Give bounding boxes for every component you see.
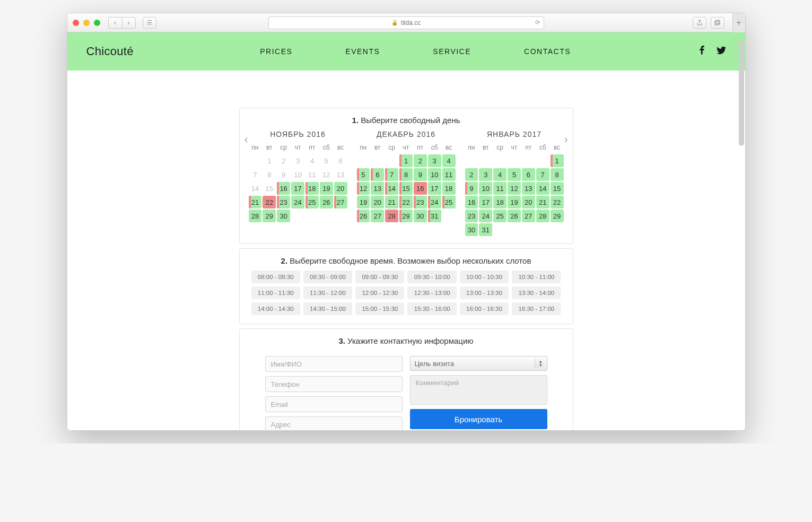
day-cell[interactable]: 24	[428, 196, 441, 208]
email-field[interactable]	[265, 396, 403, 412]
next-month-button[interactable]: ›	[564, 130, 569, 145]
day-cell[interactable]: 9	[465, 182, 478, 195]
day-cell[interactable]: 21	[249, 196, 262, 208]
reload-icon[interactable]: ⟳	[535, 19, 540, 26]
day-cell[interactable]: 8	[399, 168, 413, 181]
share-button[interactable]	[693, 17, 706, 29]
day-cell[interactable]: 8	[551, 168, 564, 181]
time-slot[interactable]: 13:00 - 13:30	[460, 286, 509, 299]
time-slot[interactable]: 12:30 - 13:00	[407, 286, 456, 299]
day-cell[interactable]: 6	[522, 168, 535, 181]
day-cell[interactable]: 5	[357, 168, 370, 181]
day-cell[interactable]: 28	[249, 210, 262, 222]
day-cell[interactable]: 20	[522, 196, 535, 208]
day-cell[interactable]: 29	[399, 210, 413, 222]
forward-button[interactable]: ›	[122, 17, 136, 29]
name-field[interactable]	[265, 356, 403, 372]
day-cell[interactable]: 27	[522, 210, 535, 222]
day-cell[interactable]: 20	[371, 196, 384, 208]
time-slot[interactable]: 15:30 - 16:00	[407, 302, 456, 315]
day-cell[interactable]: 19	[320, 182, 333, 195]
day-cell[interactable]: 13	[522, 182, 535, 195]
time-slot[interactable]: 08:30 - 09:00	[303, 271, 352, 283]
day-cell[interactable]: 22	[399, 196, 413, 208]
day-cell[interactable]: 16	[465, 196, 478, 208]
nav-service[interactable]: SERVICE	[433, 47, 471, 56]
day-cell[interactable]: 18	[442, 182, 456, 195]
time-slot[interactable]: 12:00 - 12:30	[355, 286, 404, 299]
day-cell[interactable]: 3	[479, 168, 492, 181]
day-cell[interactable]: 25	[442, 196, 456, 208]
day-cell[interactable]: 31	[428, 210, 441, 222]
phone-field[interactable]	[265, 376, 403, 392]
day-cell[interactable]: 26	[320, 196, 333, 208]
minimize-window-button[interactable]	[83, 20, 90, 26]
day-cell[interactable]: 17	[479, 196, 492, 208]
day-cell[interactable]: 10	[428, 168, 441, 181]
day-cell[interactable]: 24	[479, 210, 492, 222]
day-cell[interactable]: 11	[442, 168, 456, 181]
day-cell[interactable]: 29	[263, 210, 276, 222]
day-cell[interactable]: 23	[465, 210, 478, 222]
day-cell[interactable]: 7	[536, 168, 549, 181]
nav-prices[interactable]: PRICES	[260, 47, 292, 56]
day-cell[interactable]: 4	[442, 154, 456, 167]
scrollbar[interactable]	[739, 40, 744, 146]
day-cell[interactable]: 18	[493, 196, 507, 208]
prev-month-button[interactable]: ‹	[244, 130, 249, 145]
day-cell[interactable]: 19	[508, 196, 521, 208]
maximize-window-button[interactable]	[94, 20, 100, 26]
time-slot[interactable]: 09:00 - 09:30	[355, 271, 404, 283]
day-cell[interactable]: 24	[291, 196, 304, 208]
day-cell[interactable]: 30	[414, 210, 427, 222]
time-slot[interactable]: 11:00 - 11:30	[251, 286, 300, 299]
facebook-icon[interactable]	[697, 46, 707, 57]
day-cell[interactable]: 20	[334, 182, 347, 195]
purpose-select[interactable]: Цель визита▴▾	[410, 356, 547, 371]
time-slot[interactable]: 16:30 - 17:00	[512, 302, 561, 315]
time-slot[interactable]: 11:30 - 12:00	[303, 286, 352, 299]
day-cell[interactable]: 15	[551, 182, 564, 195]
time-slot[interactable]: 15:00 - 15:30	[355, 302, 404, 315]
day-cell[interactable]: 31	[479, 223, 492, 236]
day-cell[interactable]: 30	[465, 223, 478, 236]
time-slot[interactable]: 10:30 - 11:00	[512, 271, 561, 283]
nav-contacts[interactable]: CONTACTS	[524, 47, 571, 56]
tabs-button[interactable]	[711, 17, 724, 29]
address-bar[interactable]: 🔒 tilda.cc ⟳	[268, 16, 544, 29]
day-cell[interactable]: 11	[493, 182, 507, 195]
day-cell[interactable]: 7	[385, 168, 398, 181]
brand-logo[interactable]: Chicouté	[86, 45, 134, 58]
day-cell[interactable]: 28	[536, 210, 549, 222]
day-cell[interactable]: 27	[334, 196, 347, 208]
back-button[interactable]: ‹	[108, 17, 122, 29]
day-cell[interactable]: 29	[551, 210, 564, 222]
day-cell[interactable]: 2	[414, 154, 427, 167]
day-cell[interactable]: 25	[305, 196, 319, 208]
address-field[interactable]	[265, 416, 403, 430]
day-cell[interactable]: 28	[385, 210, 398, 222]
submit-button[interactable]: Бронировать	[410, 409, 547, 429]
time-slot[interactable]: 10:00 - 10:30	[460, 271, 509, 283]
day-cell[interactable]: 10	[479, 182, 492, 195]
nav-events[interactable]: EVENTS	[345, 47, 380, 56]
day-cell[interactable]: 21	[536, 196, 549, 208]
day-cell[interactable]: 13	[371, 182, 384, 195]
day-cell[interactable]: 27	[371, 210, 384, 222]
day-cell[interactable]: 12	[357, 182, 370, 195]
time-slot[interactable]: 16:00 - 16:30	[460, 302, 509, 315]
day-cell[interactable]: 23	[277, 196, 290, 208]
day-cell[interactable]: 2	[465, 168, 478, 181]
day-cell[interactable]: 5	[508, 168, 521, 181]
day-cell[interactable]: 17	[428, 182, 441, 195]
day-cell[interactable]: 16	[277, 182, 290, 195]
new-tab-button[interactable]: +	[732, 13, 745, 32]
day-cell[interactable]: 1	[551, 154, 564, 167]
time-slot[interactable]: 13:30 - 14:00	[512, 286, 561, 299]
day-cell[interactable]: 26	[508, 210, 521, 222]
day-cell[interactable]: 15	[399, 182, 413, 195]
day-cell[interactable]: 4	[493, 168, 507, 181]
twitter-icon[interactable]	[717, 46, 726, 57]
day-cell[interactable]: 6	[371, 168, 384, 181]
time-slot[interactable]: 09:30 - 10:00	[407, 271, 456, 283]
